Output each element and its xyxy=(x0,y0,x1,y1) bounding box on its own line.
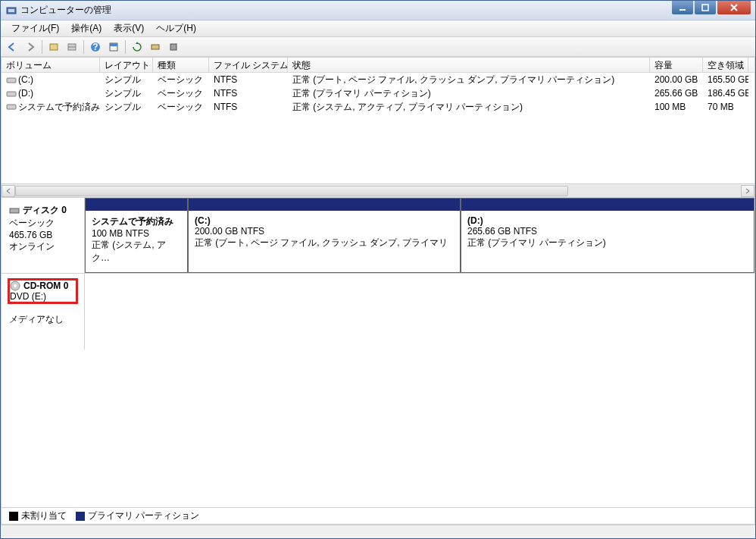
properties-button[interactable] xyxy=(64,39,80,55)
svg-rect-13 xyxy=(7,78,16,83)
menu-file[interactable]: ファイル(F) xyxy=(5,20,65,36)
toolbar-separator xyxy=(83,40,84,54)
show-hide-button[interactable] xyxy=(45,39,62,55)
horizontal-scrollbar[interactable] xyxy=(2,183,754,197)
main-content: ボリューム レイアウト 種類 ファイル システム 状態 容量 空き領域 (C:)… xyxy=(1,57,755,525)
partition-d[interactable]: (D:) 265.66 GB NTFS 正常 (プライマリ パーティション) xyxy=(461,198,754,273)
svg-point-18 xyxy=(14,284,17,287)
toolbar: ? xyxy=(1,37,755,57)
titlebar-title: コンピューターの管理 xyxy=(20,4,672,17)
minimize-button[interactable] xyxy=(672,1,693,14)
volume-row[interactable]: (C:) シンプル ベーシック NTFS 正常 (ブート, ページ ファイル, … xyxy=(2,73,754,86)
app-icon xyxy=(5,5,17,17)
menubar: ファイル(F) 操作(A) 表示(V) ヘルプ(H) xyxy=(1,20,755,37)
svg-rect-16 xyxy=(10,208,19,213)
partition-system-reserved[interactable]: システムで予約済み 100 MB NTFS 正常 (システム, アク… xyxy=(85,198,188,273)
scroll-right-button[interactable] xyxy=(741,185,754,197)
cdrom-partition-area[interactable] xyxy=(85,274,754,349)
window-controls xyxy=(672,1,755,20)
maximize-button[interactable] xyxy=(695,1,716,14)
drive-icon xyxy=(6,102,17,111)
disk-0-label[interactable]: ディスク 0 ベーシック 465.76 GB オンライン xyxy=(2,198,85,273)
cdrom-row: CD-ROM 0 DVD (E:) メディアなし xyxy=(2,274,754,349)
legend-primary: プライマリ パーティション xyxy=(76,509,199,522)
svg-rect-4 xyxy=(50,44,58,50)
drive-icon xyxy=(6,76,17,85)
scroll-track[interactable] xyxy=(15,185,741,197)
svg-rect-14 xyxy=(7,92,16,96)
cdrom-icon xyxy=(10,280,20,291)
settings-button[interactable] xyxy=(165,39,182,55)
menu-help[interactable]: ヘルプ(H) xyxy=(150,20,202,36)
cdrom-label[interactable]: CD-ROM 0 DVD (E:) メディアなし xyxy=(2,274,85,349)
col-volume[interactable]: ボリューム xyxy=(2,58,100,72)
volume-row[interactable]: システムで予約済み シンプル ベーシック NTFS 正常 (システム, アクティ… xyxy=(2,100,754,114)
svg-rect-1 xyxy=(8,9,14,12)
close-button[interactable] xyxy=(717,1,751,14)
partition-header xyxy=(189,199,460,211)
svg-rect-2 xyxy=(679,9,686,11)
col-type[interactable]: 種類 xyxy=(153,58,209,72)
scroll-thumb[interactable] xyxy=(15,186,568,196)
titlebar[interactable]: コンピューターの管理 xyxy=(1,1,755,20)
view-top-button[interactable] xyxy=(105,39,122,55)
menu-action[interactable]: 操作(A) xyxy=(65,20,108,36)
computer-management-window: コンピューターの管理 ファイル(F) 操作(A) 表示(V) ヘルプ(H) ? … xyxy=(0,0,756,539)
volume-list[interactable]: (C:) シンプル ベーシック NTFS 正常 (ブート, ページ ファイル, … xyxy=(2,73,754,183)
drive-icon xyxy=(6,89,17,99)
col-status[interactable]: 状態 xyxy=(288,58,650,72)
svg-rect-10 xyxy=(110,43,117,46)
col-capacity[interactable]: 容量 xyxy=(650,58,703,72)
cdrom-media-status: メディアなし xyxy=(9,313,77,326)
volume-list-header: ボリューム レイアウト 種類 ファイル システム 状態 容量 空き領域 xyxy=(2,58,754,73)
back-button[interactable] xyxy=(4,39,20,55)
statusbar xyxy=(1,525,755,538)
legend: 未割り当て プライマリ パーティション xyxy=(2,507,754,524)
svg-rect-12 xyxy=(170,44,177,50)
disk-0-row: ディスク 0 ベーシック 465.76 GB オンライン システムで予約済み 1… xyxy=(2,198,754,274)
legend-unallocated: 未割り当て xyxy=(9,509,67,522)
svg-rect-15 xyxy=(7,105,16,109)
disk-0-partitions: システムで予約済み 100 MB NTFS 正常 (システム, アク… (C:)… xyxy=(85,198,754,273)
disk-graphics-pane: ディスク 0 ベーシック 465.76 GB オンライン システムで予約済み 1… xyxy=(2,197,754,507)
toolbar-separator xyxy=(125,40,126,54)
refresh-button[interactable] xyxy=(129,39,145,55)
col-free[interactable]: 空き領域 xyxy=(703,58,748,72)
rescan-button[interactable] xyxy=(147,39,164,55)
menu-view[interactable]: 表示(V) xyxy=(108,20,150,36)
toolbar-separator xyxy=(42,40,42,54)
legend-box-primary-icon xyxy=(76,512,85,521)
scroll-left-button[interactable] xyxy=(2,185,15,197)
partition-header xyxy=(461,199,754,211)
partition-c[interactable]: (C:) 200.00 GB NTFS 正常 (ブート, ページ ファイル, ク… xyxy=(188,198,461,273)
help-button[interactable]: ? xyxy=(87,39,104,55)
svg-text:?: ? xyxy=(92,42,98,52)
legend-box-unallocated-icon xyxy=(9,512,18,521)
forward-button[interactable] xyxy=(22,39,39,55)
partition-header xyxy=(86,199,187,211)
svg-rect-3 xyxy=(702,5,708,11)
svg-rect-11 xyxy=(152,45,159,49)
col-filesystem[interactable]: ファイル システム xyxy=(209,58,288,72)
col-layout[interactable]: レイアウト xyxy=(100,58,153,72)
disk-icon xyxy=(9,205,20,216)
volume-row[interactable]: (D:) シンプル ベーシック NTFS 正常 (プライマリ パーティション) … xyxy=(2,86,754,100)
